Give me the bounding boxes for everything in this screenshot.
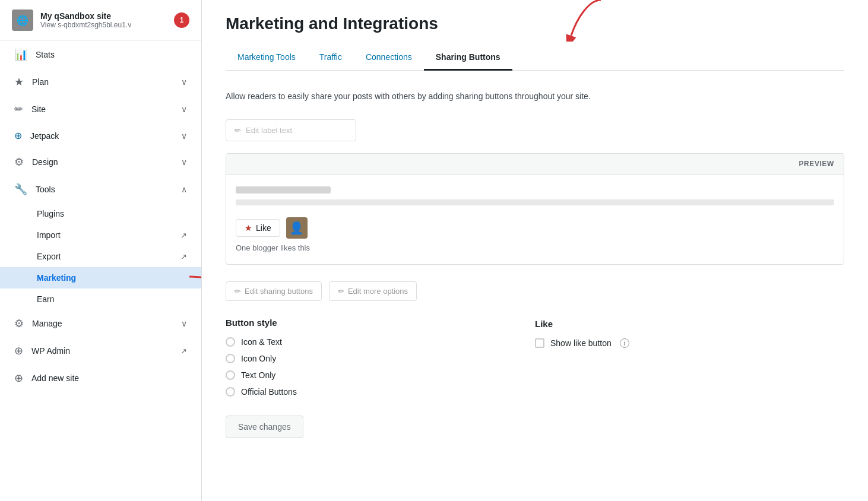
sidebar-item-design[interactable]: ⚙ Design ∨: [0, 148, 201, 176]
chevron-down-icon: ∨: [181, 319, 187, 328]
sidebar-item-stats[interactable]: 📊 Stats: [0, 41, 201, 68]
sidebar-item-add-site[interactable]: ⊕ Add new site: [0, 364, 201, 392]
notification-badge[interactable]: 1: [174, 12, 189, 28]
stats-icon: 📊: [14, 48, 27, 61]
design-icon: ⚙: [14, 156, 24, 169]
sidebar-item-plan[interactable]: ★ Plan ∨: [0, 68, 201, 96]
edit-label-box[interactable]: ✏ Edit label text: [226, 119, 356, 141]
pencil-icon: ✏: [235, 126, 241, 135]
preview-placeholder-line-1: [236, 186, 331, 194]
sidebar-item-label: Tools: [36, 185, 173, 194]
plan-icon: ★: [14, 75, 24, 88]
button-style-title: Button style: [226, 318, 535, 328]
page-header: Marketing and Integrations Marketing Too…: [202, 0, 868, 71]
radio-group: Icon & Text Icon Only Text Only Off: [226, 337, 535, 397]
radio-label: Text Only: [241, 370, 275, 380]
external-link-icon: ↗: [180, 231, 187, 240]
tab-connections[interactable]: Connections: [354, 45, 424, 71]
edit-label-text: Edit label text: [246, 126, 292, 135]
sidebar-item-marketing-wrapper: Marketing: [0, 267, 201, 288]
radio-icon-only[interactable]: Icon Only: [226, 354, 535, 363]
like-section: Like Show like button i: [535, 318, 844, 397]
preview-area: PREVIEW ★ Like 👤 One blogger likes this: [226, 153, 844, 265]
sidebar-item-tools[interactable]: 🔧 Tools ∧: [0, 176, 201, 203]
site-url: View s-qbdxmt2sgh5bl.eu1.v: [40, 21, 167, 29]
sidebar-item-label: Plan: [32, 77, 173, 87]
sidebar-item-manage[interactable]: ⚙ Manage ∨: [0, 310, 201, 337]
button-style-section: Button style Icon & Text Icon Only Te: [226, 318, 535, 397]
manage-icon: ⚙: [14, 317, 24, 330]
sidebar-item-label: WP Admin: [31, 346, 172, 356]
chevron-up-icon: ∧: [181, 185, 187, 194]
sidebar-item-label: Manage: [32, 319, 173, 328]
star-icon: ★: [245, 223, 252, 233]
pencil-icon: ✏: [235, 287, 241, 296]
chevron-down-icon: ∨: [181, 157, 187, 167]
pencil-icon: ✏: [338, 287, 344, 296]
tools-icon: 🔧: [14, 183, 27, 196]
sidebar-sub-label: Import: [37, 230, 61, 240]
sidebar-item-wp-admin[interactable]: ⊕ WP Admin ↗: [0, 337, 201, 364]
likes-text: One blogger likes this: [236, 243, 834, 252]
radio-label: Icon Only: [241, 354, 276, 363]
tab-marketing-tools[interactable]: Marketing Tools: [226, 45, 308, 71]
save-button[interactable]: Save changes: [226, 416, 303, 438]
radio-label: Official Buttons: [241, 387, 297, 397]
sidebar-sub-label: Plugins: [37, 209, 64, 218]
sidebar-item-earn[interactable]: Earn: [0, 288, 201, 310]
radio-circle: [226, 337, 235, 347]
chevron-down-icon: ∨: [181, 104, 187, 114]
preview-header: PREVIEW: [226, 154, 844, 175]
radio-circle: [226, 370, 235, 380]
main-content: Marketing and Integrations Marketing Too…: [202, 0, 868, 501]
sidebar: 🌐 My qSandbox site View s-qbdxmt2sgh5bl.…: [0, 0, 202, 501]
edit-buttons-row: ✏ Edit sharing buttons ✏ Edit more optio…: [226, 281, 844, 301]
radio-text-only[interactable]: Text Only: [226, 370, 535, 380]
site-icon: 🌐: [12, 9, 33, 31]
radio-circle: [226, 354, 235, 363]
external-link-icon: ↗: [180, 347, 187, 356]
page-title: Marketing and Integrations: [226, 14, 844, 33]
sidebar-sub-label: Earn: [37, 294, 55, 304]
sidebar-sub-label: Export: [37, 252, 61, 261]
like-checkbox-row: Show like button i: [535, 338, 844, 348]
show-like-checkbox[interactable]: [535, 338, 544, 348]
sidebar-item-jetpack[interactable]: ⊕ Jetpack ∨: [0, 123, 201, 148]
sidebar-item-label: Design: [32, 157, 173, 167]
radio-label: Icon & Text: [241, 337, 282, 347]
sidebar-item-plugins[interactable]: Plugins: [0, 203, 201, 224]
preview-placeholder-line-2: [236, 199, 834, 205]
tab-traffic[interactable]: Traffic: [308, 45, 354, 71]
like-button-preview[interactable]: ★ Like: [236, 219, 280, 237]
tabs: Marketing Tools Traffic Connections Shar…: [226, 45, 844, 71]
sidebar-item-marketing[interactable]: Marketing: [0, 267, 201, 288]
radio-icon-text[interactable]: Icon & Text: [226, 337, 535, 347]
sidebar-item-label: Add new site: [31, 373, 187, 383]
add-site-icon: ⊕: [14, 372, 23, 385]
sidebar-item-import[interactable]: Import ↗: [0, 224, 201, 246]
sidebar-item-label: Jetpack: [30, 131, 173, 141]
tab-sharing-buttons[interactable]: Sharing Buttons: [424, 45, 512, 71]
show-like-label: Show like button: [550, 338, 612, 348]
edit-more-button[interactable]: ✏ Edit more options: [329, 281, 417, 301]
radio-official[interactable]: Official Buttons: [226, 387, 535, 397]
content-body: Allow readers to easily share your posts…: [202, 71, 868, 457]
external-link-icon: ↗: [180, 252, 187, 261]
info-icon[interactable]: i: [620, 338, 629, 348]
sidebar-header: 🌐 My qSandbox site View s-qbdxmt2sgh5bl.…: [0, 0, 201, 41]
sidebar-item-label: Site: [31, 104, 173, 114]
sidebar-item-site[interactable]: ✏ Site ∨: [0, 96, 201, 123]
wp-icon: ⊕: [14, 344, 23, 357]
like-row: ★ Like 👤: [236, 217, 834, 239]
edit-sharing-label: Edit sharing buttons: [245, 287, 313, 296]
chevron-down-icon: ∨: [181, 131, 187, 141]
site-edit-icon: ✏: [14, 103, 23, 116]
sidebar-item-export[interactable]: Export ↗: [0, 246, 201, 267]
sidebar-sub-label: Marketing: [37, 273, 76, 283]
jetpack-icon: ⊕: [14, 130, 22, 141]
edit-more-label: Edit more options: [348, 287, 408, 296]
chevron-down-icon: ∨: [181, 77, 187, 87]
preview-content: ★ Like 👤 One blogger likes this: [226, 175, 844, 264]
radio-circle: [226, 387, 235, 397]
edit-sharing-button[interactable]: ✏ Edit sharing buttons: [226, 281, 322, 301]
